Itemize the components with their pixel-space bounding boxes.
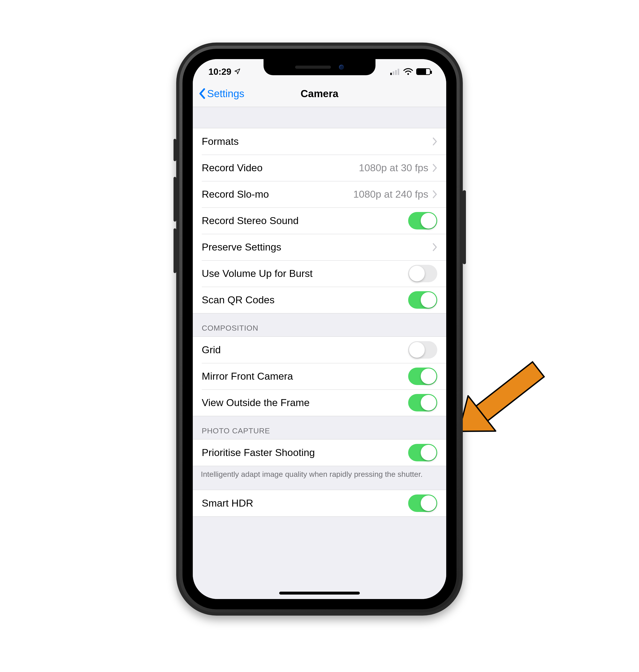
- notch: [264, 59, 375, 75]
- row-smart-hdr: Smart HDR: [193, 490, 446, 516]
- volume-up-button: [173, 177, 176, 222]
- row-record-slomo[interactable]: Record Slo-mo 1080p at 240 fps: [193, 181, 446, 207]
- earpiece-speaker: [295, 66, 331, 69]
- status-time: 10:29: [208, 67, 231, 77]
- svg-rect-1: [393, 72, 394, 75]
- toggle-outside-frame[interactable]: [408, 394, 437, 411]
- location-icon: [234, 67, 241, 77]
- phone-frame: 10:29: [176, 43, 463, 615]
- toggle-mirror-front-camera[interactable]: [408, 368, 437, 385]
- battery-icon: [416, 68, 431, 75]
- section-footer-faster-shooting: Intelligently adapt image quality when r…: [193, 466, 446, 485]
- svg-point-4: [407, 73, 409, 75]
- group-general: Formats Record Video 1080p at 30 fps Rec…: [193, 128, 446, 313]
- row-preserve-settings[interactable]: Preserve Settings: [193, 234, 446, 260]
- row-label: View Outside the Frame: [202, 397, 310, 408]
- row-stereo-sound: Record Stereo Sound: [193, 207, 446, 234]
- row-record-video[interactable]: Record Video 1080p at 30 fps: [193, 155, 446, 181]
- toggle-grid[interactable]: [408, 341, 437, 359]
- row-label: Prioritise Faster Shooting: [202, 447, 315, 458]
- svg-rect-5: [476, 362, 544, 421]
- row-label: Formats: [202, 136, 239, 147]
- toggle-faster-shooting[interactable]: [408, 444, 437, 462]
- svg-rect-0: [390, 73, 392, 75]
- row-label: Scan QR Codes: [202, 294, 275, 306]
- group-photo-capture-2: Smart HDR: [193, 490, 446, 517]
- row-label: Record Slo-mo: [202, 188, 269, 200]
- row-mirror-front-camera: Mirror Front Camera: [193, 363, 446, 390]
- svg-rect-3: [398, 69, 399, 75]
- back-button[interactable]: Settings: [198, 80, 244, 107]
- row-grid: Grid: [193, 337, 446, 363]
- row-label: Use Volume Up for Burst: [202, 268, 313, 279]
- row-label: Smart HDR: [202, 497, 253, 509]
- group-photo-capture: Prioritise Faster Shooting: [193, 439, 446, 466]
- group-composition: Grid Mirror Front Camera View Outside th…: [193, 337, 446, 416]
- front-camera: [339, 65, 344, 69]
- row-label: Record Video: [202, 162, 263, 174]
- wifi-icon: [403, 68, 413, 75]
- row-outside-frame: View Outside the Frame: [193, 390, 446, 416]
- back-label: Settings: [207, 88, 244, 99]
- cellular-icon: [390, 68, 400, 75]
- row-formats[interactable]: Formats: [193, 128, 446, 155]
- page-title: Camera: [301, 88, 339, 99]
- section-header-composition: COMPOSITION: [193, 313, 446, 337]
- silence-switch: [173, 139, 176, 161]
- row-faster-shooting: Prioritise Faster Shooting: [193, 439, 446, 466]
- svg-rect-2: [395, 70, 397, 75]
- annotation-arrow: [463, 349, 588, 434]
- row-value: 1080p at 240 fps: [353, 188, 428, 200]
- toggle-scan-qr[interactable]: [408, 291, 437, 309]
- toggle-smart-hdr[interactable]: [408, 495, 437, 512]
- chevron-right-icon: [432, 243, 437, 251]
- toggle-stereo-sound[interactable]: [408, 212, 437, 230]
- section-header-photo-capture: PHOTO CAPTURE: [193, 416, 446, 439]
- row-scan-qr: Scan QR Codes: [193, 287, 446, 313]
- chevron-right-icon: [432, 190, 437, 199]
- row-label: Grid: [202, 344, 221, 356]
- toggle-volume-burst[interactable]: [408, 265, 437, 282]
- row-label: Mirror Front Camera: [202, 371, 293, 382]
- row-volume-burst: Use Volume Up for Burst: [193, 260, 446, 287]
- svg-marker-6: [463, 396, 496, 434]
- row-label: Preserve Settings: [202, 241, 281, 253]
- chevron-right-icon: [432, 163, 437, 172]
- chevron-left-icon: [198, 88, 206, 99]
- volume-down-button: [173, 228, 176, 273]
- chevron-right-icon: [432, 137, 437, 146]
- settings-content[interactable]: Formats Record Video 1080p at 30 fps Rec…: [193, 107, 446, 599]
- row-value: 1080p at 30 fps: [359, 162, 428, 174]
- row-label: Record Stereo Sound: [202, 215, 299, 226]
- home-indicator[interactable]: [279, 592, 360, 595]
- power-button: [463, 190, 466, 264]
- nav-bar: Settings Camera: [193, 80, 446, 107]
